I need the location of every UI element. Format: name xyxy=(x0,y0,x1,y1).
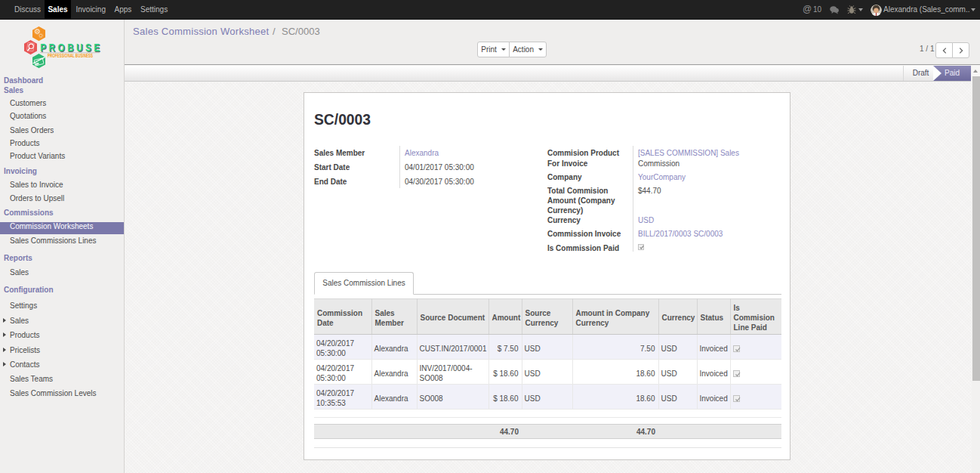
svg-text:PROBUSE: PROBUSE xyxy=(40,42,102,54)
svg-text:PROFESSIONAL BUSINESS: PROFESSIONAL BUSINESS xyxy=(48,53,93,58)
